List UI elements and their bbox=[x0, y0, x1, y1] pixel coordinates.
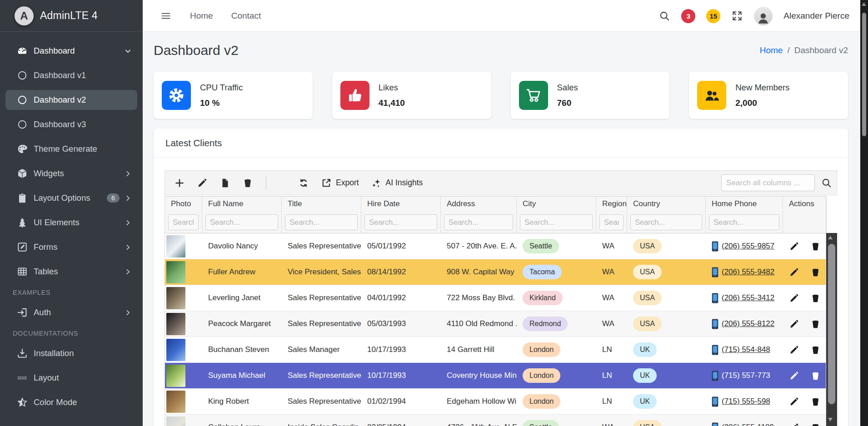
sidebar-item-ui-elements[interactable]: UI Elements bbox=[5, 213, 137, 233]
edit-row-button[interactable] bbox=[789, 241, 799, 252]
delete-row-button[interactable] bbox=[810, 422, 821, 426]
phone-link[interactable]: (206) 555-3412 bbox=[722, 293, 774, 302]
table-row[interactable]: Buchanan StevenSales Manager10/17/199314… bbox=[165, 337, 826, 363]
top-navbar: Home Contact 3 15 Alexander Pierce bbox=[143, 0, 860, 32]
filter-input-address[interactable] bbox=[444, 214, 513, 230]
brand[interactable]: A AdminLTE 4 bbox=[0, 0, 143, 32]
table-row[interactable]: Leverling JanetSales Representative04/01… bbox=[165, 285, 826, 311]
user-avatar[interactable] bbox=[754, 7, 773, 25]
edit-row-button[interactable] bbox=[789, 396, 799, 407]
country-badge: USA bbox=[633, 317, 662, 331]
column-header-address[interactable]: Address bbox=[441, 197, 517, 211]
breadcrumb-home-link[interactable]: Home bbox=[760, 45, 783, 55]
column-header-actions[interactable]: Actions bbox=[783, 197, 827, 211]
plus-button[interactable] bbox=[174, 178, 185, 188]
phone-link[interactable]: (715) 557-773 bbox=[722, 371, 770, 380]
filter-input-full-name[interactable] bbox=[205, 214, 278, 230]
phone-link[interactable]: (206) 555-8122 bbox=[722, 319, 774, 328]
delete-row-button[interactable] bbox=[810, 293, 821, 303]
edit-row-button[interactable] bbox=[789, 371, 799, 381]
sidebar-item-dashboard[interactable]: Dashboard bbox=[5, 41, 137, 61]
edit-row-button[interactable] bbox=[789, 319, 799, 329]
table-row[interactable]: Peacock MargaretSales Representative05/0… bbox=[165, 311, 826, 337]
filter-input-title[interactable] bbox=[285, 214, 358, 230]
table-scrollbar-thumb[interactable] bbox=[828, 244, 835, 404]
export-button[interactable]: Export bbox=[321, 178, 359, 188]
sidebar-item-auth[interactable]: Auth bbox=[5, 302, 137, 322]
sidebar-item-dashboard-v1[interactable]: Dashboard v1 bbox=[5, 65, 137, 85]
sidebar-item-dashboard-v2[interactable]: Dashboard v2 bbox=[5, 90, 137, 110]
filter-input-region[interactable] bbox=[599, 214, 624, 230]
table-row[interactable]: Davolio NancySales Representative05/01/1… bbox=[165, 233, 826, 259]
cell-title: Sales Representative bbox=[282, 293, 361, 302]
table-row[interactable]: Callahan LauraInside Sales Coordin...03/… bbox=[165, 415, 826, 426]
trash-button[interactable] bbox=[242, 178, 253, 188]
pencil-button[interactable] bbox=[197, 178, 208, 188]
country-badge: UK bbox=[633, 342, 657, 357]
column-header-hire-date[interactable]: Hire Date bbox=[361, 197, 441, 211]
phone-link[interactable]: (206) 555-9482 bbox=[722, 267, 774, 277]
table-search-icon[interactable] bbox=[821, 177, 832, 188]
edit-row-button[interactable] bbox=[789, 422, 799, 426]
sidebar-item-layout[interactable]: Layout bbox=[5, 368, 137, 388]
search-button[interactable] bbox=[275, 178, 286, 188]
table-scrollbar[interactable] bbox=[826, 233, 837, 426]
fullscreen-icon[interactable] bbox=[731, 10, 743, 22]
delete-row-button[interactable] bbox=[810, 371, 821, 381]
column-header-country[interactable]: Country bbox=[627, 197, 706, 211]
nav-link-home[interactable]: Home bbox=[190, 11, 213, 21]
table-row[interactable]: Fuller AndrewVice President, Sales08/14/… bbox=[165, 259, 826, 285]
delete-row-button[interactable] bbox=[810, 319, 821, 329]
table-row[interactable]: King RobertSales Representative01/02/199… bbox=[165, 389, 826, 415]
refresh-button[interactable] bbox=[298, 178, 309, 188]
table-row[interactable]: Suyama MichaelSales Representative10/17/… bbox=[165, 363, 826, 389]
delete-row-button[interactable] bbox=[810, 267, 821, 277]
file-button[interactable] bbox=[219, 178, 230, 188]
scroll-down-icon[interactable] bbox=[828, 418, 833, 421]
edit-row-button[interactable] bbox=[789, 267, 799, 277]
search-all-columns-input[interactable] bbox=[721, 174, 815, 191]
phone-link[interactable]: (206) 555-1189 bbox=[722, 423, 774, 426]
column-header-photo[interactable]: Photo bbox=[165, 197, 202, 211]
sidebar-item-dashboard-v3[interactable]: Dashboard v3 bbox=[5, 114, 137, 134]
column-header-title[interactable]: Title bbox=[282, 197, 361, 211]
delete-row-button[interactable] bbox=[810, 241, 821, 252]
city-badge: Seattle bbox=[523, 420, 559, 426]
phone-link[interactable]: (206) 555-9857 bbox=[722, 242, 774, 251]
search-icon[interactable] bbox=[658, 10, 670, 22]
info-box-value: 2,000 bbox=[735, 98, 789, 108]
column-header-city[interactable]: City bbox=[517, 197, 596, 211]
sidebar-item-widgets[interactable]: Widgets bbox=[5, 163, 137, 183]
sidebar-item-layout-options[interactable]: Layout Options6 bbox=[5, 188, 137, 208]
phone-link[interactable]: (715) 555-598 bbox=[722, 397, 770, 406]
sidebar-item-color-mode[interactable]: Color Mode bbox=[5, 392, 137, 412]
sidebar-item-forms[interactable]: Forms bbox=[5, 237, 137, 257]
edit-row-button[interactable] bbox=[789, 293, 799, 303]
filter-input-city[interactable] bbox=[520, 214, 593, 230]
filter-input-country[interactable] bbox=[630, 214, 702, 230]
column-header-home-phone[interactable]: Home Phone bbox=[706, 197, 783, 211]
page-scrollbar-thumb[interactable] bbox=[862, 13, 866, 136]
column-header-full-name[interactable]: Full Name bbox=[202, 197, 282, 211]
messages-badge[interactable]: 15 bbox=[706, 9, 720, 23]
sidebar-item-installation[interactable]: Installation bbox=[5, 343, 137, 363]
nav-link-contact[interactable]: Contact bbox=[231, 11, 261, 21]
filter-input-hire-date[interactable] bbox=[364, 214, 437, 230]
delete-row-button[interactable] bbox=[810, 345, 821, 355]
column-header-region[interactable]: Region bbox=[596, 197, 627, 211]
filter-input-home-phone[interactable] bbox=[709, 214, 779, 230]
filter-input-photo[interactable] bbox=[168, 214, 199, 230]
notifications-badge[interactable]: 3 bbox=[681, 9, 695, 23]
tree-icon bbox=[16, 217, 28, 228]
sidebar-item-theme-generate[interactable]: Theme Generate bbox=[5, 139, 137, 159]
sidebar-item-tables[interactable]: Tables bbox=[5, 262, 137, 282]
delete-row-button[interactable] bbox=[810, 396, 821, 407]
page-scrollbar[interactable] bbox=[860, 0, 868, 426]
info-box-text: CPU Traffic10 % bbox=[200, 83, 243, 108]
scroll-up-icon[interactable] bbox=[828, 236, 833, 239]
phone-link[interactable]: (715) 554-848 bbox=[722, 345, 770, 354]
ai-insights-button[interactable]: AI Insights bbox=[371, 178, 423, 188]
hamburger-icon[interactable] bbox=[160, 10, 172, 22]
page-scroll-up-icon[interactable] bbox=[862, 2, 866, 6]
edit-row-button[interactable] bbox=[789, 345, 799, 355]
